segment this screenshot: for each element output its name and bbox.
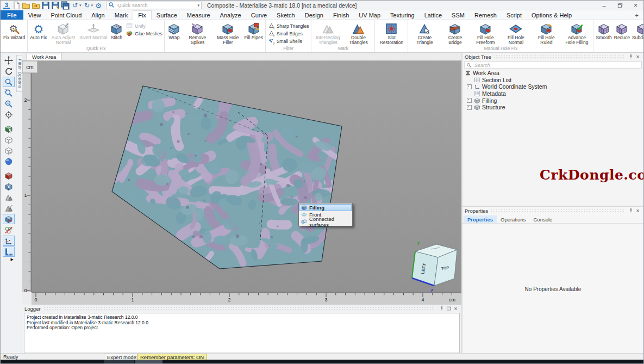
- fill-pipes-button[interactable]: Fill Pipes: [243, 21, 264, 46]
- wireframe-view-icon[interactable]: [3, 134, 15, 145]
- expand-icon[interactable]: [467, 84, 472, 89]
- filter-triangles-alt-icon[interactable]: [3, 203, 15, 213]
- create-triangle-button[interactable]: Create Triangle: [409, 21, 440, 46]
- menu-tab-curve[interactable]: Curve: [246, 10, 272, 20]
- undo-button-caret[interactable]: ▾: [79, 3, 82, 8]
- tree-item-world-coordinate-system[interactable]: World Coordinate System: [462, 83, 643, 90]
- zoom-window-icon[interactable]: [3, 88, 15, 98]
- pick-item-icon[interactable]: [3, 124, 15, 134]
- show-axes-icon[interactable]: [3, 236, 15, 246]
- maximize-icon[interactable]: [445, 306, 452, 311]
- tree-item-structure[interactable]: Structure: [462, 104, 643, 111]
- reduce-button[interactable]: Reduce: [613, 21, 631, 46]
- menu-file-button[interactable]: File: [1, 10, 23, 20]
- menu-tab-view[interactable]: View: [23, 10, 46, 20]
- import-button[interactable]: [32, 1, 40, 9]
- quick-search-input[interactable]: [116, 2, 197, 9]
- menu-tab-finish[interactable]: Finish: [328, 10, 354, 20]
- restore-button[interactable]: [612, 1, 628, 10]
- tree-item-section-list[interactable]: Section List: [462, 77, 643, 84]
- glue-meshes-button[interactable]: Glue Meshes: [124, 30, 163, 38]
- close-button[interactable]: ×: [628, 1, 643, 10]
- menu-tab-sketch[interactable]: Sketch: [272, 10, 300, 20]
- stitch-button[interactable]: Stitch: [108, 21, 124, 46]
- menu-overflow-button[interactable]: +: [630, 10, 643, 20]
- menu-tab-lattice[interactable]: Lattice: [420, 10, 447, 20]
- object-tree-search[interactable]: [464, 61, 642, 69]
- tree-item-work-area[interactable]: Work Area: [462, 70, 643, 77]
- save-as-button[interactable]: [51, 1, 60, 9]
- pin-icon[interactable]: [627, 208, 634, 213]
- remove-spikes-button[interactable]: Remove Spikes: [182, 21, 212, 46]
- viewport[interactable]: 01234cm210cmLEFTTOPYZ Work Area FillingF…: [22, 53, 461, 305]
- menu-tab-fix[interactable]: Fix: [133, 10, 152, 20]
- new-project-button[interactable]: [12, 1, 21, 9]
- menu-tab-remesh[interactable]: Remesh: [470, 10, 502, 20]
- toolbar-overflow-icon[interactable]: ▶: [3, 257, 15, 262]
- close-icon[interactable]: ×: [634, 208, 641, 214]
- fill-hole-freeform-button[interactable]: Fill Hole Freeform: [470, 21, 501, 46]
- scene-3d[interactable]: 01234cm210cmLEFTTOPYZ: [22, 53, 461, 305]
- close-icon[interactable]: ×: [452, 306, 459, 312]
- close-icon[interactable]: ×: [634, 54, 641, 60]
- hidden-line-view-icon[interactable]: [3, 145, 15, 156]
- tab-operations[interactable]: Operations: [497, 215, 529, 223]
- tab-properties[interactable]: Properties: [464, 215, 497, 223]
- subdivide-button[interactable]: Subdivide: [631, 21, 643, 46]
- settings-button[interactable]: ⚙: [94, 1, 103, 9]
- small-edges-button[interactable]: ySmall Edges: [267, 30, 310, 38]
- open-project-button[interactable]: [22, 1, 30, 9]
- tree-item-filling[interactable]: Filling: [462, 97, 643, 104]
- menu-tab-texturing[interactable]: Texturing: [385, 10, 420, 20]
- undo-button[interactable]: ↺: [71, 1, 79, 9]
- pin-icon[interactable]: [438, 306, 445, 311]
- menu-tab-script[interactable]: Script: [502, 10, 527, 20]
- menu-tab-analyze[interactable]: Analyze: [215, 10, 246, 20]
- small-shells-button[interactable]: ySmall Shells: [267, 38, 310, 45]
- object-tree-search-input[interactable]: [473, 62, 640, 69]
- save-all-button[interactable]: [61, 1, 70, 9]
- zoom-center-icon[interactable]: [3, 109, 15, 120]
- menu-tab-point-cloud[interactable]: Point Cloud: [46, 10, 86, 20]
- wrap-button[interactable]: Wrap: [166, 21, 182, 46]
- double-triangles-button[interactable]: Double Triangles: [343, 21, 373, 46]
- redo-button[interactable]: ↻: [83, 1, 91, 9]
- menu-tab-align[interactable]: Align: [86, 10, 109, 20]
- work-area-tab[interactable]: Work Area: [27, 53, 61, 60]
- redo-button-caret[interactable]: ▾: [91, 3, 93, 8]
- menu-tab-uv-map[interactable]: UV Map: [354, 10, 385, 20]
- create-bridge-button[interactable]: Create Bridge: [440, 21, 470, 46]
- save-button[interactable]: [41, 1, 50, 9]
- menu-tab-ssm[interactable]: SSM: [447, 10, 470, 20]
- slot-restoration-button[interactable]: Slot Restoration: [376, 21, 407, 46]
- quick-search[interactable]: ▾: [106, 2, 202, 9]
- fix-wizard-button[interactable]: ⚙Fix Wizard: [2, 21, 26, 46]
- rotate-view-icon[interactable]: [3, 66, 15, 76]
- sharp-triangles-button[interactable]: ySharp Triangles: [267, 22, 310, 30]
- fill-hole-ruled-button[interactable]: Fill Hole Ruled: [531, 21, 561, 46]
- context-item-connected-surfaces[interactable]: Connected surfaces: [299, 218, 352, 225]
- unzoom-icon[interactable]: [3, 98, 15, 109]
- auto-fix-button[interactable]: ⚙Auto Fix: [29, 21, 48, 46]
- show-ruler-icon[interactable]: [3, 246, 15, 257]
- menu-tab-design[interactable]: Design: [300, 10, 328, 20]
- menu-tab-mark[interactable]: Mark: [110, 10, 133, 20]
- expand-icon[interactable]: [467, 105, 472, 110]
- zoom-view-icon[interactable]: [3, 77, 15, 87]
- expand-icon[interactable]: [467, 98, 472, 103]
- solid-view-icon[interactable]: [3, 170, 15, 181]
- filter-triangles-icon[interactable]: [3, 192, 15, 202]
- mass-hole-filler-button[interactable]: Mass Hole Filler: [212, 21, 243, 46]
- menu-tab-options-help[interactable]: Options & Help: [527, 10, 577, 20]
- fill-hole-normal-button[interactable]: Fill Hole Normal: [501, 21, 531, 46]
- smooth-button[interactable]: Smooth: [595, 21, 612, 46]
- tree-item-metadata[interactable]: Metadata: [462, 90, 643, 97]
- tab-console[interactable]: Console: [529, 215, 556, 223]
- minimize-button[interactable]: –: [596, 1, 612, 10]
- pin-icon[interactable]: [627, 54, 634, 59]
- advance-hole-filling-button[interactable]: Advance Hole Filling: [561, 21, 592, 46]
- context-item-filling[interactable]: Filling: [299, 204, 352, 211]
- hide-entities-icon[interactable]: [3, 225, 15, 235]
- shaded-view-icon[interactable]: [3, 156, 15, 166]
- menu-tab-measure[interactable]: Measure: [182, 10, 215, 20]
